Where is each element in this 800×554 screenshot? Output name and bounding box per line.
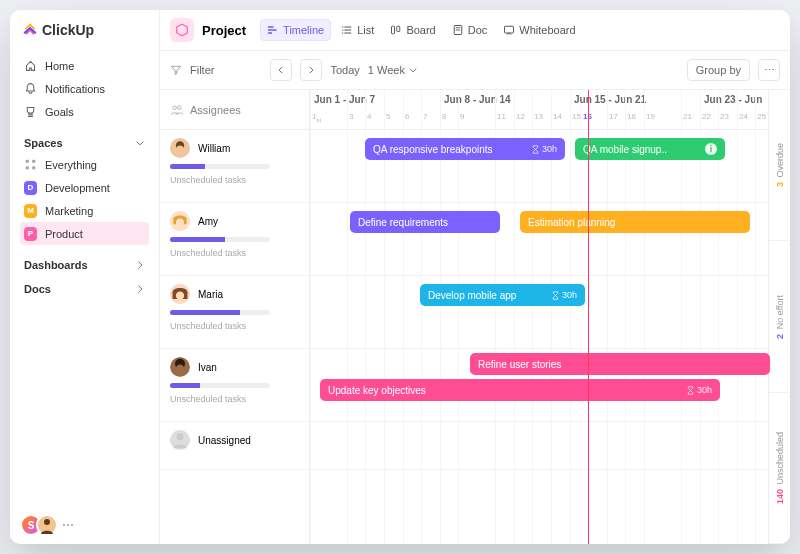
user-avatar[interactable] — [36, 514, 58, 536]
day-label: 25 — [757, 112, 766, 121]
rail-unscheduled[interactable]: 140 Unscheduled — [769, 393, 790, 544]
assignee-name: Ivan — [198, 362, 217, 373]
project-title: Project — [202, 23, 246, 38]
unscheduled-label[interactable]: Unscheduled tasks — [170, 394, 299, 404]
nav-notifications[interactable]: Notifications — [20, 77, 149, 100]
space-product[interactable]: P Product — [20, 222, 149, 245]
more-icon[interactable]: ⋯ — [62, 518, 74, 532]
timeline-row[interactable]: QA responsive breakpoints 30h QA mobile … — [310, 130, 768, 203]
timeline-grid[interactable]: Jun 1 - Jun 7Jun 8 - Jun 14Jun 15 - Jun … — [310, 90, 768, 544]
assignee-row[interactable]: Amy Unscheduled tasks — [160, 203, 309, 276]
timeline-row[interactable]: Refine user stories Update key objective… — [310, 349, 768, 422]
view-label: Board — [406, 24, 435, 36]
clickup-logo-icon — [22, 22, 38, 38]
timeline-row[interactable]: Develop mobile app 30h — [310, 276, 768, 349]
timeline-row[interactable]: Define requirements Estimation planning — [310, 203, 768, 276]
assignee-avatar — [170, 138, 190, 158]
view-doc[interactable]: Doc — [446, 19, 494, 41]
footer-avatars[interactable]: S ⋯ — [20, 510, 149, 536]
view-label: Timeline — [283, 24, 324, 36]
space-marketing[interactable]: M Marketing — [20, 199, 149, 222]
info-icon[interactable]: i — [705, 143, 717, 155]
day-label: 3 — [349, 112, 353, 121]
today-button[interactable]: Today — [330, 64, 359, 76]
dashboards-header[interactable]: Dashboards — [20, 255, 149, 275]
assignee-row[interactable]: Unassigned — [160, 422, 309, 470]
svg-rect-1 — [32, 160, 35, 163]
svg-point-20 — [176, 365, 184, 373]
filter-button[interactable]: Filter — [190, 64, 214, 76]
assignees-column: Assignees William Unscheduled tasks Amy … — [160, 90, 310, 544]
workload-bar — [170, 383, 270, 388]
sidebar: ClickUp Home Notifications Goals Spaces … — [10, 10, 160, 544]
next-button[interactable] — [300, 59, 322, 81]
view-board[interactable]: Board — [384, 19, 441, 41]
assignee-name: Amy — [198, 216, 218, 227]
view-whiteboard[interactable]: Whiteboard — [497, 19, 581, 41]
view-list[interactable]: List — [335, 19, 380, 41]
nav-label: Home — [45, 60, 74, 72]
filter-icon — [170, 64, 182, 76]
assignees-header[interactable]: Assignees — [160, 90, 309, 130]
view-timeline[interactable]: Timeline — [260, 19, 331, 41]
range-select[interactable]: 1 Week — [368, 64, 418, 76]
space-label: Development — [45, 182, 110, 194]
group-by-button[interactable]: Group by — [687, 59, 750, 81]
week-label: Jun 15 - Jun 21 — [574, 94, 646, 105]
trophy-icon — [24, 105, 37, 118]
task-bar[interactable]: QA responsive breakpoints 30h — [365, 138, 565, 160]
svg-rect-0 — [26, 160, 29, 163]
rail-no-effort[interactable]: 2 No effort — [769, 241, 790, 392]
more-menu-button[interactable]: ⋯ — [758, 59, 780, 81]
view-label: List — [357, 24, 374, 36]
task-label: Define requirements — [358, 217, 448, 228]
unscheduled-label[interactable]: Unscheduled tasks — [170, 248, 299, 258]
task-bar[interactable]: Update key objectives 30h — [320, 379, 720, 401]
assignee-avatar — [170, 211, 190, 231]
assignee-row[interactable]: William Unscheduled tasks — [160, 130, 309, 203]
unscheduled-label[interactable]: Unscheduled tasks — [170, 321, 299, 331]
board-icon — [390, 24, 402, 36]
rail-overdue[interactable]: 3 Overdue — [769, 90, 790, 241]
people-icon — [170, 103, 184, 117]
task-bar[interactable]: QA mobile signup.. i — [575, 138, 725, 160]
svg-point-21 — [177, 433, 184, 440]
spaces-header[interactable]: Spaces — [20, 133, 149, 153]
timeline-row[interactable] — [310, 422, 768, 470]
assignee-avatar — [170, 357, 190, 377]
svg-rect-2 — [26, 166, 29, 169]
day-label: 15 — [572, 112, 581, 121]
day-label: 14 — [553, 112, 562, 121]
svg-point-15 — [176, 219, 184, 227]
docs-header[interactable]: Docs — [20, 279, 149, 299]
docs-label: Docs — [24, 283, 51, 295]
day-label: 5 — [386, 112, 390, 121]
app-window: ClickUp Home Notifications Goals Spaces … — [10, 10, 790, 544]
assignee-row[interactable]: Maria Unscheduled tasks — [160, 276, 309, 349]
dashboards-label: Dashboards — [24, 259, 88, 271]
day-label: 7 — [423, 112, 427, 121]
unscheduled-label[interactable]: Unscheduled tasks — [170, 175, 299, 185]
prev-button[interactable] — [270, 59, 292, 81]
task-bar[interactable]: Develop mobile app 30h — [420, 284, 585, 306]
task-bar[interactable]: Define requirements — [350, 211, 500, 233]
today-line — [588, 90, 589, 544]
rail-count: 2 — [775, 333, 785, 338]
nav-goals[interactable]: Goals — [20, 100, 149, 123]
day-label: 12 — [516, 112, 525, 121]
svg-rect-5 — [392, 26, 395, 34]
svg-point-4 — [44, 519, 50, 525]
day-label: 19 — [646, 112, 655, 121]
task-bar[interactable]: Estimation planning — [520, 211, 750, 233]
workload-bar — [170, 164, 270, 169]
brand-logo[interactable]: ClickUp — [20, 20, 149, 44]
assignee-row[interactable]: Ivan Unscheduled tasks — [160, 349, 309, 422]
space-everything[interactable]: Everything — [20, 153, 149, 176]
timeline: Assignees William Unscheduled tasks Amy … — [160, 90, 790, 544]
task-estimate: 30h — [531, 144, 557, 154]
nav-home[interactable]: Home — [20, 54, 149, 77]
task-bar[interactable]: Refine user stories — [470, 353, 770, 375]
day-label: 23 — [720, 112, 729, 121]
assignee-name: Unassigned — [198, 435, 251, 446]
space-development[interactable]: D Development — [20, 176, 149, 199]
